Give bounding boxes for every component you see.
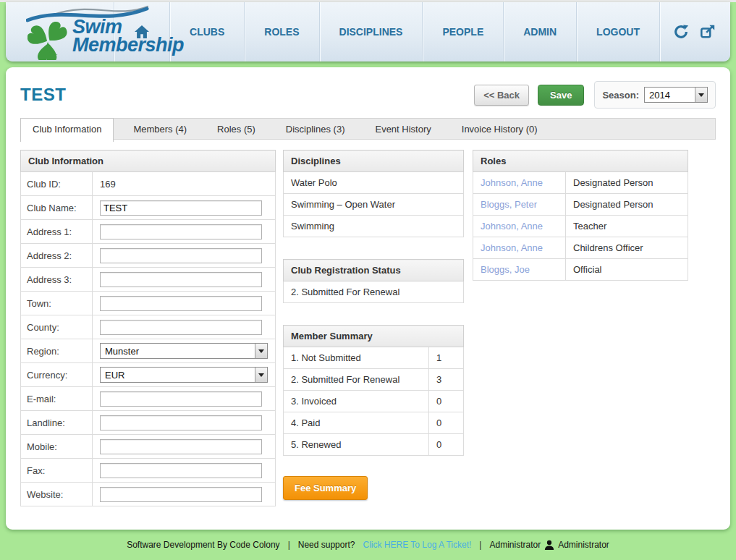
chevron-down-icon bbox=[255, 344, 267, 358]
middle-column: Disciplines Water Polo Swimming – Open W… bbox=[283, 150, 464, 506]
member-summary-count: 0 bbox=[429, 412, 464, 434]
field-row-email: E-mail: bbox=[21, 387, 276, 411]
open-in-new-icon[interactable] bbox=[700, 24, 716, 40]
app-header: Swim Membership CLUBS ROLES DISCIPLINES … bbox=[6, 2, 730, 61]
field-row-landline: Landline: bbox=[21, 411, 276, 435]
role-person-link[interactable]: Johnson, Anne bbox=[473, 237, 566, 259]
back-button[interactable]: << Back bbox=[474, 85, 529, 106]
role-person-link[interactable]: Johnson, Anne bbox=[473, 172, 566, 194]
app-root: Swim Membership CLUBS ROLES DISCIPLINES … bbox=[0, 0, 736, 560]
field-row-currency: Currency: EUR bbox=[21, 363, 276, 387]
tab-event-history[interactable]: Event History bbox=[360, 119, 446, 139]
role-person-link[interactable]: Bloggs, Peter bbox=[473, 194, 566, 216]
role-title: Designated Person bbox=[566, 172, 688, 194]
address-3-label: Address 3: bbox=[21, 268, 93, 292]
currency-label: Currency: bbox=[21, 363, 93, 387]
town-label: Town: bbox=[21, 292, 93, 315]
role-row: Johnson, Anne Designated Person bbox=[473, 172, 688, 194]
discipline-row: Swimming bbox=[284, 216, 464, 237]
tab-invoice-history[interactable]: Invoice History (0) bbox=[447, 119, 553, 139]
role-title: Official bbox=[566, 259, 688, 281]
field-row-website: Website: bbox=[21, 483, 276, 506]
mobile-input[interactable] bbox=[100, 439, 262, 454]
role-person-link[interactable]: Bloggs, Joe bbox=[473, 259, 566, 281]
county-label: County: bbox=[21, 315, 93, 339]
club-information-column: Club Information Club ID: 169 Club Name:… bbox=[20, 150, 276, 506]
address-2-input[interactable] bbox=[100, 248, 262, 263]
shamrock-icon bbox=[28, 20, 69, 60]
address-3-input[interactable] bbox=[100, 272, 262, 287]
fee-summary-button[interactable]: Fee Summary bbox=[283, 476, 368, 500]
club-name-input[interactable] bbox=[100, 200, 262, 216]
nav-people[interactable]: PEOPLE bbox=[422, 2, 503, 61]
role-title: Childrens Officer bbox=[566, 237, 688, 259]
member-summary-row: 5. Renewed 0 bbox=[284, 434, 464, 456]
main-nav: CLUBS ROLES DISCIPLINES PEOPLE ADMIN LOG… bbox=[114, 2, 730, 61]
tab-roles[interactable]: Roles (5) bbox=[202, 119, 271, 139]
member-summary-label: 3. Invoiced bbox=[284, 391, 429, 412]
chevron-down-icon bbox=[255, 368, 267, 382]
fax-input[interactable] bbox=[100, 463, 262, 478]
nav-disciplines[interactable]: DISCIPLINES bbox=[319, 2, 423, 61]
field-row-club-id: Club ID: 169 bbox=[21, 172, 276, 196]
address-2-label: Address 2: bbox=[21, 244, 93, 268]
role-row: Bloggs, Joe Official bbox=[473, 259, 688, 281]
tab-members[interactable]: Members (4) bbox=[118, 119, 202, 139]
region-select[interactable]: Munster bbox=[100, 343, 268, 359]
discipline-row: Water Polo bbox=[284, 172, 464, 194]
nav-roles[interactable]: ROLES bbox=[244, 2, 318, 61]
roles-title: Roles bbox=[473, 150, 688, 172]
nav-admin[interactable]: ADMIN bbox=[503, 2, 576, 61]
save-button[interactable]: Save bbox=[538, 85, 584, 106]
footer-divider: | bbox=[479, 540, 481, 550]
club-information-table: Club Information Club ID: 169 Club Name:… bbox=[20, 150, 276, 506]
nav-logout[interactable]: LOGOUT bbox=[576, 2, 659, 61]
county-input[interactable] bbox=[100, 320, 262, 335]
role-row: Bloggs, Peter Designated Person bbox=[473, 194, 688, 216]
user-icon bbox=[544, 540, 554, 551]
member-summary-label: 1. Not Submitted bbox=[284, 347, 429, 369]
member-summary-label: 4. Paid bbox=[284, 412, 429, 434]
role-person-link[interactable]: Johnson, Anne bbox=[473, 216, 566, 237]
refresh-icon[interactable] bbox=[673, 24, 689, 40]
footer-credit: Software Development By Code Colony bbox=[127, 540, 279, 550]
nav-icon-group bbox=[659, 2, 730, 61]
support-ticket-link[interactable]: Click HERE To Log A Ticket! bbox=[363, 540, 471, 550]
role-row: Johnson, Anne Childrens Officer bbox=[473, 237, 688, 259]
roles-table: Roles Johnson, Anne Designated Person Bl… bbox=[473, 150, 688, 281]
tab-content: Club Information Club ID: 169 Club Name:… bbox=[20, 150, 716, 506]
town-input[interactable] bbox=[100, 296, 262, 311]
disciplines-title: Disciplines bbox=[284, 150, 464, 172]
disciplines-table: Disciplines Water Polo Swimming – Open W… bbox=[283, 150, 464, 237]
region-label: Region: bbox=[21, 339, 93, 363]
season-select[interactable]: 2014 bbox=[644, 87, 708, 103]
registration-status-table: Club Registration Status 2. Submitted Fo… bbox=[283, 259, 464, 303]
address-1-input[interactable] bbox=[100, 224, 262, 239]
email-input[interactable] bbox=[100, 391, 262, 407]
app-logo[interactable]: Swim Membership bbox=[6, 2, 114, 61]
discipline-item: Water Polo bbox=[284, 172, 464, 194]
field-row-region: Region: Munster bbox=[21, 339, 276, 363]
field-row-club-name: Club Name: bbox=[21, 196, 276, 220]
footer-divider: | bbox=[288, 540, 290, 550]
member-summary-row: 2. Submitted For Renewal 3 bbox=[284, 369, 464, 391]
website-input[interactable] bbox=[100, 487, 262, 502]
page-actions: << Back Save Season: 2014 bbox=[474, 81, 716, 109]
field-row-address-3: Address 3: bbox=[21, 268, 276, 292]
landline-input[interactable] bbox=[100, 415, 262, 430]
tab-club-information[interactable]: Club Information bbox=[20, 118, 114, 142]
member-summary-label: 5. Renewed bbox=[284, 434, 429, 456]
field-row-county: County: bbox=[21, 315, 276, 339]
currency-select[interactable]: EUR bbox=[100, 367, 268, 383]
member-summary-row: 4. Paid 0 bbox=[284, 412, 464, 434]
club-id-value: 169 bbox=[93, 172, 276, 196]
member-summary-count: 0 bbox=[429, 434, 464, 456]
tab-disciplines[interactable]: Disciplines (3) bbox=[271, 119, 360, 139]
field-row-address-2: Address 2: bbox=[21, 244, 276, 268]
email-label: E-mail: bbox=[21, 387, 93, 411]
member-summary-row: 1. Not Submitted 1 bbox=[284, 347, 464, 369]
role-title: Designated Person bbox=[566, 194, 688, 216]
admin-info: Administrator Administrator bbox=[489, 540, 609, 551]
role-title: Teacher bbox=[566, 216, 688, 237]
currency-select-value: EUR bbox=[101, 368, 255, 382]
